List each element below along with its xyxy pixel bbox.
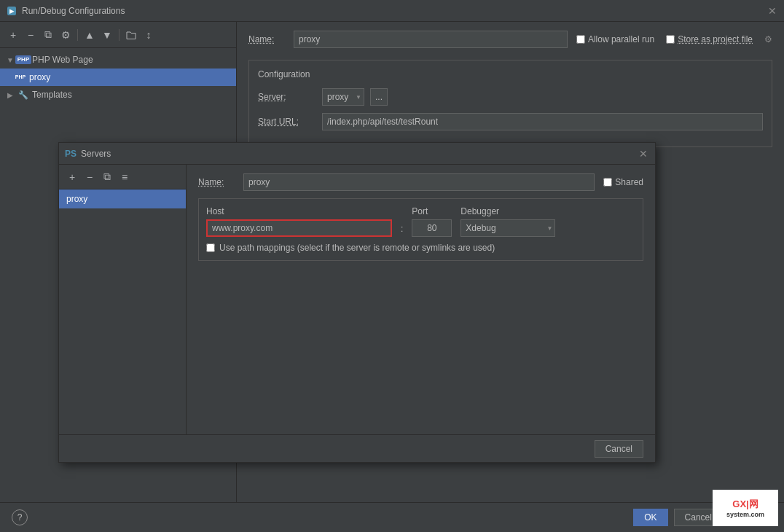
servers-list-item-proxy[interactable]: proxy [59, 189, 186, 208]
shared-checkbox[interactable] [603, 178, 612, 187]
servers-remove-button[interactable]: − [82, 170, 97, 184]
expand-icon: ▼ [6, 55, 15, 64]
php-web-page-icon: PHP [17, 54, 29, 66]
server-ellipsis-button[interactable]: ... [370, 88, 388, 106]
start-url-label: Start URL: [258, 117, 316, 127]
store-as-project-checkbox-item[interactable]: Store as project file [666, 34, 753, 44]
store-gear-icon[interactable]: ⚙ [764, 34, 772, 44]
servers-name-row: Name: Shared [198, 173, 643, 191]
allow-parallel-label: Allow parallel run [588, 34, 654, 44]
store-as-project-label: Store as project file [678, 34, 753, 44]
debugger-label: Debugger [460, 206, 555, 216]
help-button[interactable]: ? [12, 509, 28, 525]
path-mapping-row: Use path mappings (select if the server … [206, 243, 635, 253]
servers-menu-button[interactable]: ≡ [117, 170, 132, 184]
config-section-title: Configuration [258, 69, 763, 79]
server-select-wrapper: proxy ▼ [322, 88, 364, 106]
debugger-select[interactable]: Xdebug Zend Debugger [460, 219, 555, 237]
dialog-title: Run/Debug Configurations [22, 6, 767, 16]
port-input[interactable] [412, 219, 452, 237]
servers-title: Servers [81, 149, 638, 159]
checkbox-group: Allow parallel run Store as project file… [576, 34, 772, 44]
servers-close-button[interactable]: ✕ [638, 148, 649, 160]
servers-fields: Host : Port Debugger Xdebug Zend Deb [198, 198, 643, 261]
config-section: Configuration Server: proxy ▼ ... Start … [248, 60, 772, 147]
watermark: GX|网 system.com [713, 490, 778, 526]
ok-button[interactable]: OK [633, 509, 667, 526]
servers-cancel-button[interactable]: Cancel [595, 440, 643, 458]
debugger-field-group: Debugger Xdebug Zend Debugger ▼ [460, 206, 555, 237]
proxy-label: proxy [29, 72, 50, 82]
fields-header-row: Host : Port Debugger Xdebug Zend Deb [206, 206, 635, 237]
store-as-project-checkbox[interactable] [666, 35, 675, 44]
tree-item-templates[interactable]: ▶ 🔧 Templates [0, 86, 236, 103]
templates-expand-icon: ▶ [6, 90, 15, 99]
tree-item-proxy[interactable]: PHP proxy [0, 69, 236, 86]
servers-bottom-bar: Cancel [59, 434, 655, 462]
title-bar: ▶ Run/Debug Configurations ✕ [0, 0, 784, 22]
servers-name-label: Name: [198, 177, 235, 187]
bottom-bar: ? OK Cancel Apply [0, 502, 784, 532]
name-label: Name: [248, 34, 285, 44]
debugger-select-wrapper: Xdebug Zend Debugger ▼ [460, 219, 555, 237]
allow-parallel-checkbox-item[interactable]: Allow parallel run [576, 34, 654, 44]
servers-name-input[interactable] [243, 173, 595, 191]
servers-toolbar: + − ⧉ ≡ [59, 165, 186, 189]
copy-config-button[interactable]: ⧉ [41, 28, 55, 42]
toolbar-sep2 [119, 29, 119, 41]
remove-config-button[interactable]: − [23, 28, 38, 42]
servers-right-panel: Name: Shared Host : Port [187, 165, 655, 434]
host-label: Host [206, 206, 392, 216]
tree-item-php-web-page[interactable]: ▼ PHP PHP Web Page [0, 51, 236, 69]
left-toolbar: + − ⧉ ⚙ ▲ ▼ ↕ [0, 22, 236, 48]
server-row: Server: proxy ▼ ... [258, 88, 763, 106]
host-input[interactable] [206, 219, 392, 237]
allow-parallel-checkbox[interactable] [576, 35, 585, 44]
name-row: Name: Allow parallel run Store as projec… [248, 31, 772, 48]
colon-separator: : [401, 224, 403, 237]
servers-body: + − ⧉ ≡ proxy Name: Shared [59, 165, 655, 434]
servers-title-bar: PS Servers ✕ [59, 143, 655, 165]
add-config-button[interactable]: + [6, 28, 20, 42]
start-url-input[interactable] [322, 113, 763, 130]
host-field-group: Host [206, 206, 392, 237]
servers-icon: PS [65, 148, 77, 160]
svg-text:▶: ▶ [9, 8, 15, 15]
templates-label: Templates [32, 90, 72, 100]
name-input[interactable] [294, 31, 568, 48]
servers-list: proxy [59, 189, 186, 434]
server-label: Server: [258, 92, 316, 102]
servers-dialog: PS Servers ✕ + − ⧉ ≡ proxy Name: [58, 142, 656, 463]
settings-config-button[interactable]: ⚙ [58, 28, 73, 42]
shared-checkbox-group: Shared [603, 177, 643, 187]
sort-button[interactable]: ↕ [141, 28, 156, 42]
start-url-row: Start URL: [258, 113, 763, 130]
path-mapping-checkbox[interactable] [206, 243, 215, 252]
folder-button[interactable] [124, 28, 138, 42]
move-down-button[interactable]: ▼ [100, 28, 114, 42]
close-button[interactable]: ✕ [767, 5, 778, 17]
templates-icon: 🔧 [17, 89, 29, 101]
move-up-button[interactable]: ▲ [82, 28, 97, 42]
shared-label: Shared [615, 177, 643, 187]
port-label: Port [412, 206, 452, 216]
servers-copy-button[interactable]: ⧉ [100, 170, 114, 184]
server-select[interactable]: proxy [322, 88, 364, 106]
servers-left-panel: + − ⧉ ≡ proxy [59, 165, 187, 434]
php-web-page-label: PHP Web Page [32, 55, 93, 65]
app-icon: ▶ [6, 5, 17, 17]
servers-add-button[interactable]: + [65, 170, 79, 184]
path-mapping-label: Use path mappings (select if the server … [219, 243, 495, 253]
proxy-icon: PHP [15, 71, 26, 83]
port-field-group: Port [412, 206, 452, 237]
toolbar-sep1 [77, 29, 78, 41]
